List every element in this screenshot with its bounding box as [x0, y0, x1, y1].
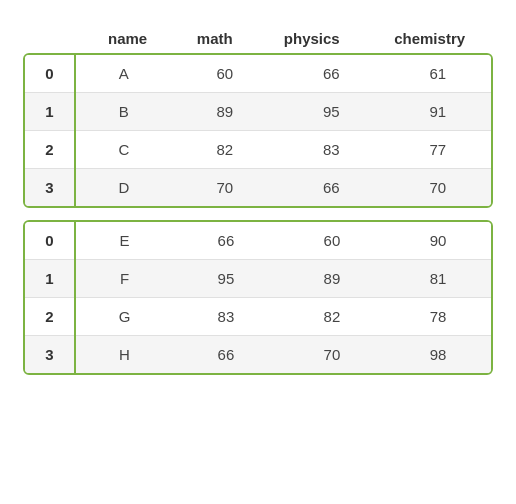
cell-math: 66	[173, 336, 279, 374]
cell-physics: 70	[279, 336, 385, 374]
cell-name: G	[75, 298, 173, 336]
table-row: 1F958981	[25, 260, 491, 298]
cell-index: 2	[25, 131, 75, 169]
table-row: 2C828377	[25, 131, 491, 169]
cell-chemistry: 81	[385, 260, 491, 298]
group-1: 0A6066611B8995912C8283773D706670	[23, 53, 493, 208]
main-table-container: name math physics chemistry 0A6066611B89…	[23, 20, 493, 387]
table-row: 3H667098	[25, 336, 491, 374]
cell-chemistry: 77	[385, 131, 491, 169]
cell-physics: 82	[279, 298, 385, 336]
cell-chemistry: 70	[385, 169, 491, 207]
cell-math: 95	[173, 260, 279, 298]
cell-chemistry: 98	[385, 336, 491, 374]
col-header-index	[23, 20, 83, 53]
cell-name: A	[75, 55, 172, 93]
cell-index: 1	[25, 93, 75, 131]
cell-chemistry: 78	[385, 298, 491, 336]
cell-index: 3	[25, 169, 75, 207]
cell-index: 3	[25, 336, 75, 374]
col-header-name: name	[83, 20, 172, 53]
cell-index: 0	[25, 55, 75, 93]
cell-math: 89	[172, 93, 278, 131]
cell-name: B	[75, 93, 172, 131]
cell-chemistry: 61	[385, 55, 491, 93]
cell-index: 1	[25, 260, 75, 298]
cell-math: 66	[173, 222, 279, 260]
cell-physics: 60	[279, 222, 385, 260]
table-row: 2G838278	[25, 298, 491, 336]
cell-math: 82	[172, 131, 278, 169]
cell-math: 60	[172, 55, 278, 93]
cell-chemistry: 90	[385, 222, 491, 260]
col-header-math: math	[172, 20, 257, 53]
table-row: 0A606661	[25, 55, 491, 93]
col-header-physics: physics	[257, 20, 366, 53]
cell-physics: 89	[279, 260, 385, 298]
table-row: 0E666090	[25, 222, 491, 260]
cell-physics: 83	[278, 131, 384, 169]
cell-name: H	[75, 336, 173, 374]
cell-chemistry: 91	[385, 93, 491, 131]
cell-physics: 66	[278, 55, 384, 93]
table-row: 1B899591	[25, 93, 491, 131]
col-header-chemistry: chemistry	[366, 20, 493, 53]
group-2: 0E6660901F9589812G8382783H667098	[23, 220, 493, 375]
cell-name: E	[75, 222, 173, 260]
table-row: 3D706670	[25, 169, 491, 207]
cell-physics: 95	[278, 93, 384, 131]
cell-physics: 66	[278, 169, 384, 207]
cell-math: 83	[173, 298, 279, 336]
cell-name: F	[75, 260, 173, 298]
cell-index: 0	[25, 222, 75, 260]
cell-math: 70	[172, 169, 278, 207]
cell-index: 2	[25, 298, 75, 336]
cell-name: C	[75, 131, 172, 169]
cell-name: D	[75, 169, 172, 207]
